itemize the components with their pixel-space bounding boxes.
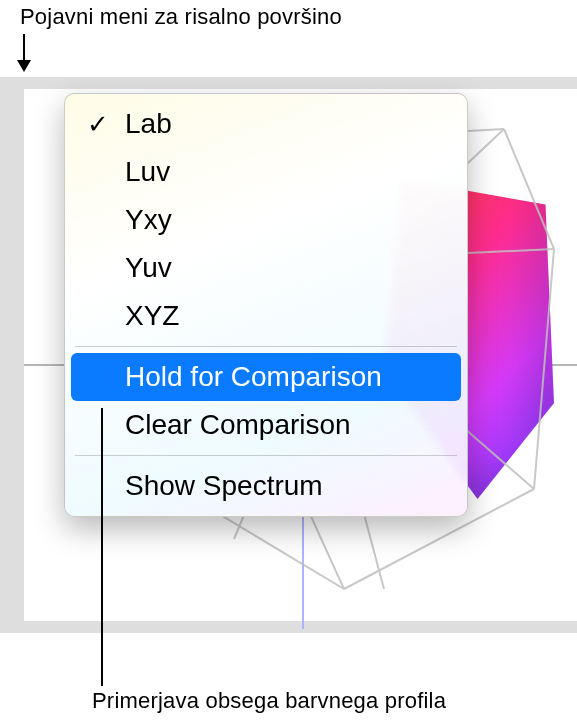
menu-item-hold-for-comparison[interactable]: Hold for Comparison [71, 353, 461, 401]
annotation-bottom-line-icon [101, 408, 103, 686]
annotation-top-label: Pojavni meni za risalno površino [20, 4, 342, 30]
plot-surface-popup-menu[interactable]: ✓ Lab Luv Yxy Yuv XYZ Hold for Compariso… [64, 93, 468, 517]
menu-item-label: Luv [125, 156, 170, 187]
menu-item-clear-comparison[interactable]: Clear Comparison [65, 401, 467, 449]
menu-item-label: Hold for Comparison [125, 361, 382, 392]
menu-item-label: Yxy [125, 204, 172, 235]
menu-item-yxy[interactable]: Yxy [65, 196, 467, 244]
menu-item-label: Yuv [125, 252, 172, 283]
menu-item-label: Clear Comparison [125, 409, 351, 440]
menu-item-label: Lab [125, 108, 172, 139]
menu-item-show-spectrum[interactable]: Show Spectrum [65, 462, 467, 510]
menu-separator [75, 346, 457, 347]
menu-separator [75, 455, 457, 456]
menu-item-lab[interactable]: ✓ Lab [65, 100, 467, 148]
annotation-bottom-label: Primerjava obsega barvnega profila [92, 688, 446, 714]
svg-line-2 [534, 249, 554, 489]
plot-canvas[interactable]: ✓ Lab Luv Yxy Yuv XYZ Hold for Compariso… [24, 89, 577, 621]
menu-item-label: XYZ [125, 300, 179, 331]
menu-item-label: Show Spectrum [125, 470, 323, 501]
annotation-top-arrow-icon [23, 34, 25, 70]
menu-item-xyz[interactable]: XYZ [65, 292, 467, 340]
plot-stage: ✓ Lab Luv Yxy Yuv XYZ Hold for Compariso… [0, 77, 577, 633]
check-icon: ✓ [87, 106, 109, 142]
menu-item-yuv[interactable]: Yuv [65, 244, 467, 292]
svg-line-1 [504, 129, 554, 249]
menu-item-luv[interactable]: Luv [65, 148, 467, 196]
